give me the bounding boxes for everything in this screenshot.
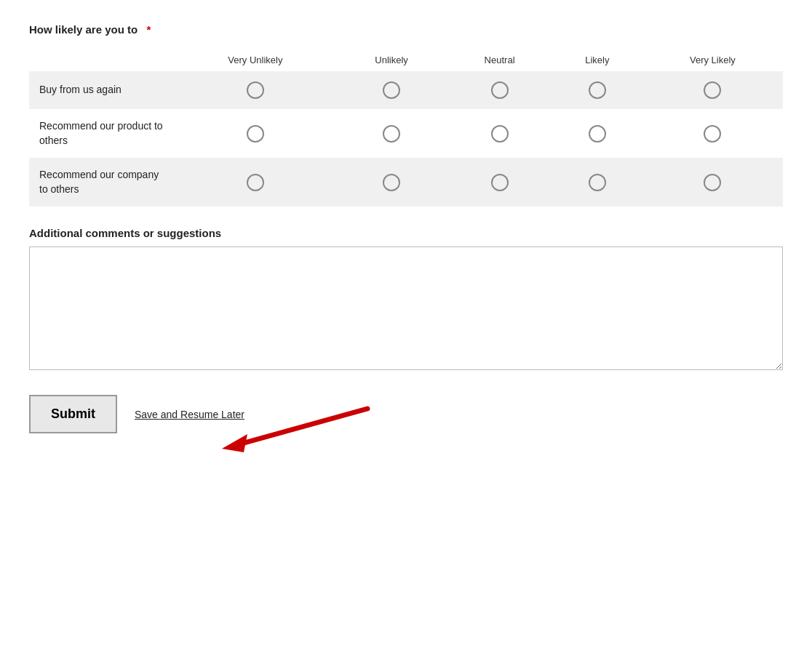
matrix-row-header bbox=[29, 49, 175, 71]
radio-circle[interactable] bbox=[491, 174, 509, 191]
save-link-container: Save and Resume Later bbox=[135, 409, 244, 420]
radio-buy-again-very-likely[interactable] bbox=[642, 71, 783, 109]
svg-line-0 bbox=[236, 409, 367, 445]
col-header-unlikely: Unlikely bbox=[336, 49, 447, 71]
radio-circle[interactable] bbox=[383, 81, 400, 99]
likelihood-matrix: Very Unlikely Unlikely Neutral Likely Ve… bbox=[29, 49, 783, 207]
row-label-recommend-company: Recommend our company to others bbox=[29, 158, 175, 207]
matrix-row-recommend-product: Recommend our product to others bbox=[29, 109, 783, 158]
radio-circle[interactable] bbox=[589, 174, 606, 191]
radio-recommend-product-unlikely[interactable] bbox=[336, 109, 447, 158]
radio-circle[interactable] bbox=[383, 174, 400, 191]
comments-label: Additional comments or suggestions bbox=[29, 227, 783, 239]
svg-marker-1 bbox=[222, 434, 247, 452]
radio-circle[interactable] bbox=[704, 81, 721, 99]
radio-circle[interactable] bbox=[704, 174, 721, 191]
radio-circle[interactable] bbox=[589, 125, 606, 143]
matrix-row-recommend-company: Recommend our company to others bbox=[29, 158, 783, 207]
matrix-header-row: Very Unlikely Unlikely Neutral Likely Ve… bbox=[29, 49, 783, 71]
question-label: How likely are you to * bbox=[29, 23, 783, 36]
radio-circle[interactable] bbox=[704, 125, 721, 143]
radio-circle[interactable] bbox=[383, 125, 400, 143]
comments-section: Additional comments or suggestions bbox=[29, 227, 783, 373]
radio-recommend-company-unlikely[interactable] bbox=[336, 158, 447, 207]
matrix-row-buy-again: Buy from us again bbox=[29, 71, 783, 109]
col-header-very-likely: Very Likely bbox=[642, 49, 783, 71]
col-header-likely: Likely bbox=[552, 49, 642, 71]
radio-recommend-product-likely[interactable] bbox=[552, 109, 642, 158]
radio-circle[interactable] bbox=[491, 125, 509, 143]
required-indicator: * bbox=[146, 23, 151, 36]
radio-recommend-company-likely[interactable] bbox=[552, 158, 642, 207]
radio-circle[interactable] bbox=[589, 81, 606, 99]
radio-buy-again-unlikely[interactable] bbox=[336, 71, 447, 109]
save-resume-link[interactable]: Save and Resume Later bbox=[135, 409, 244, 420]
radio-recommend-product-very-unlikely[interactable] bbox=[175, 109, 336, 158]
question-text: How likely are you to bbox=[29, 23, 138, 36]
comments-textarea[interactable] bbox=[29, 247, 783, 370]
radio-circle[interactable] bbox=[247, 174, 264, 191]
col-header-neutral: Neutral bbox=[447, 49, 552, 71]
row-label-buy-again: Buy from us again bbox=[29, 71, 175, 109]
radio-recommend-product-very-likely[interactable] bbox=[642, 109, 783, 158]
radio-circle[interactable] bbox=[491, 81, 509, 99]
radio-recommend-product-neutral[interactable] bbox=[447, 109, 552, 158]
radio-buy-again-likely[interactable] bbox=[552, 71, 642, 109]
radio-recommend-company-neutral[interactable] bbox=[447, 158, 552, 207]
radio-buy-again-very-unlikely[interactable] bbox=[175, 71, 336, 109]
radio-circle[interactable] bbox=[247, 81, 264, 99]
radio-recommend-company-very-unlikely[interactable] bbox=[175, 158, 336, 207]
radio-recommend-company-very-likely[interactable] bbox=[642, 158, 783, 207]
radio-buy-again-neutral[interactable] bbox=[447, 71, 552, 109]
col-header-very-unlikely: Very Unlikely bbox=[175, 49, 336, 71]
row-label-recommend-product: Recommend our product to others bbox=[29, 109, 175, 158]
submit-button[interactable]: Submit bbox=[29, 395, 117, 433]
form-footer: Submit Save and Resume Later bbox=[29, 395, 783, 433]
radio-circle[interactable] bbox=[247, 125, 264, 143]
